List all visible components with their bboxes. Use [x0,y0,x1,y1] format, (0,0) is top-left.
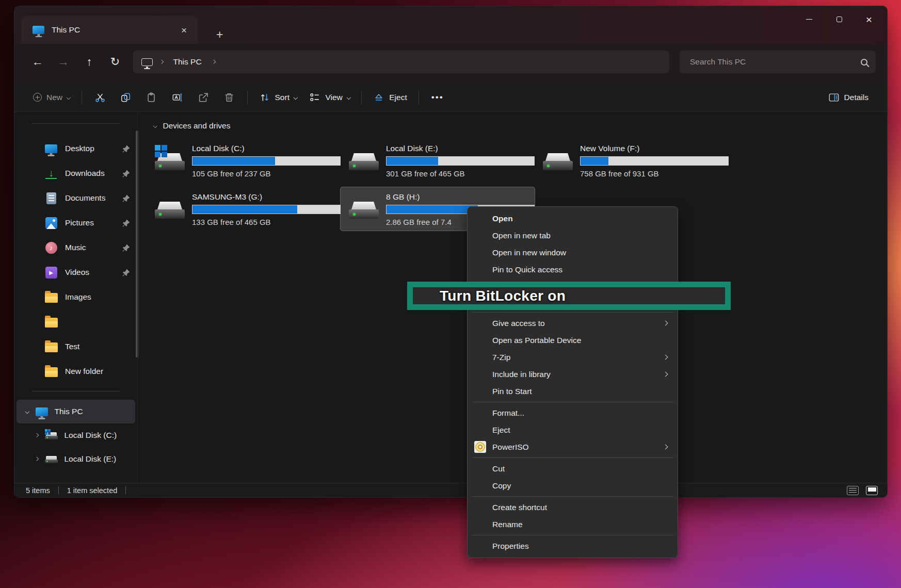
drive-icon [349,198,379,221]
menu-item-open-portable[interactable]: Open as Portable Device [468,332,678,349]
new-button[interactable]: New [27,89,76,106]
menu-item-copy[interactable]: Copy [468,477,678,494]
view-button[interactable]: View [303,88,356,107]
cut-button[interactable] [87,88,113,107]
section-header[interactable]: Devices and drives [154,121,887,130]
drive-name: SAMSUNG-M3 (G:) [192,192,341,202]
chevron-down-icon [294,95,298,100]
close-button[interactable]: × [854,8,884,30]
eject-button[interactable]: Eject [367,88,413,107]
details-pane-button[interactable]: Details [822,88,875,107]
breadcrumb-this-pc[interactable]: This PC [170,56,205,68]
sidebar-divider [32,391,120,391]
drive-tile-f[interactable]: New Volume (F:) 758 GB free of 931 GB [535,139,729,182]
drive-icon [543,149,573,173]
menu-item-give-access[interactable]: Give access to [468,315,678,332]
chevron-right-icon[interactable] [35,433,39,437]
sidebar-item-images[interactable]: Images [14,285,137,309]
sidebar-item-this-pc[interactable]: This PC [17,400,135,423]
drive-tile-g[interactable]: SAMSUNG-M3 (G:) 133 GB free of 465 GB [147,187,341,231]
menu-item-open-new-window[interactable]: Open in new window [468,244,678,261]
menu-item-eject[interactable]: Eject [468,421,678,438]
collapse-chevron-icon[interactable] [153,124,157,128]
sidebar-item-pictures[interactable]: Pictures [14,210,137,235]
details-label: Details [844,93,868,102]
breadcrumb[interactable]: This PC [133,51,669,73]
sidebar-item-documents[interactable]: Documents [14,186,137,210]
folder-icon [45,293,58,303]
turn-bitlocker-on-highlight[interactable]: Turn BitLocker on [407,282,731,310]
eject-icon [373,92,384,103]
menu-item-open[interactable]: Open [468,210,678,227]
large-icons-view-button[interactable] [866,486,878,495]
capacity-bar-fill [192,157,275,165]
menu-item-create-shortcut[interactable]: Create shortcut [468,499,678,516]
sidebar-item-music[interactable]: ♪ Music [14,235,137,260]
section-header-label: Devices and drives [163,121,231,130]
menu-item-pin-to-start[interactable]: Pin to Start [468,383,678,400]
drive-icon [45,431,58,440]
sidebar-item-desktop[interactable]: Desktop [14,136,137,161]
menu-item-7zip[interactable]: 7-Zip [468,349,678,366]
up-button[interactable]: ↑ [77,52,101,72]
menu-item-include-library[interactable]: Include in library [468,366,678,383]
ellipsis-icon: ••• [431,92,444,103]
sidebar-item-folder[interactable] [14,309,137,334]
menu-item-format[interactable]: Format... [468,404,678,421]
menu-item-poweriso[interactable]: PowerISO [468,438,678,455]
rename-icon [172,92,183,103]
menu-item-cut[interactable]: Cut [468,460,678,477]
paste-button[interactable] [139,88,165,107]
see-more-button[interactable]: ••• [424,88,451,107]
sidebar-item-downloads[interactable]: ↓ Downloads [14,161,137,186]
rename-button[interactable] [165,88,190,107]
menu-item-pin-quick-access[interactable]: Pin to Quick access [468,261,678,278]
sidebar-item-videos[interactable]: ▶ Videos [14,260,137,285]
search-icon [861,59,867,66]
forward-button[interactable]: → [52,52,75,72]
music-icon: ♪ [45,242,57,254]
pinned-list: Desktop ↓ Downloads Documents Pictures [14,124,137,384]
tree-item-label: Local Disk (C:) [65,431,117,440]
sidebar-item-local-disk-e[interactable]: Local Disk (E:) [14,447,137,471]
chevron-down-icon[interactable] [25,410,29,414]
menu-item-properties[interactable]: Properties [468,537,678,554]
turn-bitlocker-on-label[interactable]: Turn BitLocker on [413,288,566,304]
back-button[interactable]: ← [26,52,50,72]
pin-icon [122,194,130,202]
sidebar-item-label: Test [65,342,130,351]
maximize-button[interactable] [824,8,854,30]
minimize-button[interactable] [794,8,824,30]
computer-icon [141,58,153,66]
drive-name: Local Disk (C:) [192,144,341,153]
copy-icon [120,92,132,103]
chevron-right-icon[interactable] [35,457,39,461]
capacity-bar [580,156,729,166]
sidebar-item-local-disk-c[interactable]: Local Disk (C:) [14,423,137,447]
sort-button[interactable]: Sort [253,88,303,107]
menu-item-rename[interactable]: Rename [468,516,678,533]
tab-close-icon[interactable]: × [178,24,190,36]
search-input[interactable]: Search This PC [680,51,876,73]
details-view-button[interactable] [847,486,859,495]
menu-item-open-new-tab[interactable]: Open in new tab [468,227,678,244]
tab-this-pc[interactable]: This PC × [21,16,198,44]
new-tab-button[interactable]: + [211,28,228,44]
toolbar-divider [419,91,419,104]
tree-item-label: Local Disk (E:) [65,454,117,464]
drive-tile-e[interactable]: Local Disk (E:) 301 GB free of 465 GB [341,139,535,182]
folder-icon [45,367,58,377]
delete-button[interactable] [216,88,242,107]
share-button[interactable] [190,88,216,107]
menu-separator [472,312,673,313]
chevron-right-icon [211,60,215,64]
refresh-button[interactable]: ↻ [103,52,127,72]
drive-free-space: 301 GB free of 465 GB [386,169,535,178]
copy-button[interactable] [113,88,139,107]
windows-logo-icon [155,145,167,157]
submenu-arrow-icon [663,445,668,450]
sidebar-item-new-folder[interactable]: New folder [14,359,137,384]
sidebar-item-test[interactable]: Test [14,334,137,359]
drive-tile-c[interactable]: Local Disk (C:) 105 GB free of 237 GB [147,139,341,182]
drive-icon [155,149,185,173]
